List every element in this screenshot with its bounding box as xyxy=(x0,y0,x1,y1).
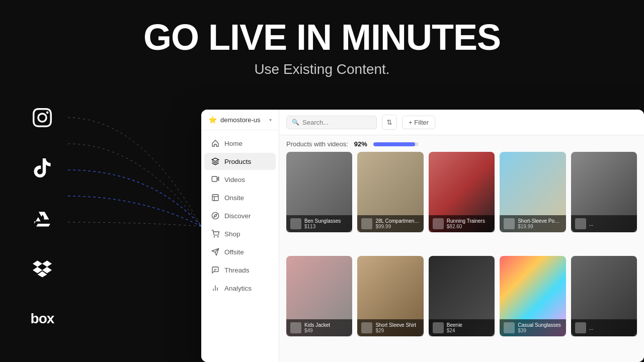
products-icon xyxy=(211,157,219,165)
product-card[interactable]: ... xyxy=(571,152,637,232)
product-name: Kids Jacket xyxy=(304,322,348,328)
nav-label-onsite: Onsite xyxy=(224,194,244,202)
dropbox-icon xyxy=(30,256,54,281)
nav-label-discover: Discover xyxy=(224,212,251,220)
stats-bar: Products with videos: 92% xyxy=(279,135,644,152)
progress-bar-fill xyxy=(373,142,415,146)
stats-label: Products with videos: xyxy=(286,140,348,148)
product-card[interactable]: Ben Sunglasses$113 xyxy=(286,152,352,232)
box-text: box xyxy=(31,311,54,327)
sidebar-item-analytics[interactable]: Analytics xyxy=(204,280,276,297)
sidebar-item-shop[interactable]: Shop xyxy=(204,225,276,242)
nav-label-analytics: Analytics xyxy=(224,285,252,292)
nav-items: Home Products Videos xyxy=(201,130,279,362)
nav-label-threads: Threads xyxy=(224,266,250,274)
left-icons: box xyxy=(30,106,54,331)
google-drive-icon xyxy=(30,206,54,230)
product-name: Casual Sunglasses xyxy=(518,322,561,328)
home-icon xyxy=(211,139,219,147)
svg-rect-5 xyxy=(212,195,218,201)
nav-label-shop: Shop xyxy=(224,230,240,238)
product-name: Ben Sunglasses xyxy=(304,218,348,224)
sort-button[interactable]: ⇅ xyxy=(382,115,397,130)
search-box[interactable]: 🔍 xyxy=(286,116,377,129)
hero-section: GO LIVE IN MINUTES Use Existing Content. xyxy=(0,0,644,77)
product-card[interactable]: Kids Jacket$49 xyxy=(286,256,352,336)
svg-point-11 xyxy=(218,236,218,237)
sidebar-item-products[interactable]: Products xyxy=(204,153,276,170)
product-price: $29 xyxy=(375,328,419,333)
product-price: $39 xyxy=(518,328,561,333)
product-card[interactable]: ... xyxy=(571,256,637,336)
app-window: ⭐ demostore-us ▾ Home Products xyxy=(201,110,644,362)
product-price: $19.99 xyxy=(518,224,561,229)
product-card[interactable]: Short-Sleeve Pocket Sh...$19.99 xyxy=(500,152,566,232)
main-content: 🔍 ⇅ + Filter Products with videos: 92% B… xyxy=(279,110,644,362)
product-card[interactable]: Casual Sunglasses$39 xyxy=(500,256,566,336)
sidebar-item-discover[interactable]: Discover xyxy=(204,207,276,224)
sidebar-item-onsite[interactable]: Onsite xyxy=(204,189,276,206)
sidebar-item-videos[interactable]: Videos xyxy=(204,171,276,188)
instagram-icon xyxy=(30,106,54,130)
product-price: $82.60 xyxy=(447,224,491,229)
product-thumbnail xyxy=(433,322,444,333)
product-thumbnail xyxy=(575,218,586,229)
nav-label-products: Products xyxy=(224,158,251,165)
product-price: $113 xyxy=(304,224,348,229)
offsite-icon xyxy=(211,248,219,256)
onsite-icon xyxy=(211,194,219,202)
product-thumbnail xyxy=(433,218,444,229)
sidebar: ⭐ demostore-us ▾ Home Products xyxy=(201,110,279,362)
filter-label: + Filter xyxy=(409,119,429,126)
product-name: 28L Compartment Back... xyxy=(375,218,419,224)
sidebar-item-offsite[interactable]: Offsite xyxy=(204,243,276,260)
chevron-down-icon: ▾ xyxy=(269,117,272,123)
box-icon: box xyxy=(30,307,54,331)
product-name: Running Trainers xyxy=(447,218,491,224)
store-star-icon: ⭐ xyxy=(208,116,216,124)
store-header[interactable]: ⭐ demostore-us ▾ xyxy=(201,110,279,130)
store-name: demostore-us xyxy=(220,116,265,124)
product-thumbnail xyxy=(504,322,515,333)
stats-percent: 92% xyxy=(354,140,367,148)
nav-label-offsite: Offsite xyxy=(224,248,244,256)
product-name: ... xyxy=(589,221,633,227)
svg-point-10 xyxy=(214,236,214,237)
sidebar-item-home[interactable]: Home xyxy=(204,135,276,152)
product-card[interactable]: 28L Compartment Back...$99.99 xyxy=(357,152,423,232)
product-price: $49 xyxy=(304,328,348,333)
nav-label-home: Home xyxy=(224,140,243,147)
product-grid: Ben Sunglasses$11328L Compartment Back..… xyxy=(279,152,644,362)
svg-line-2 xyxy=(215,161,219,163)
product-card[interactable]: Running Trainers$82.60 xyxy=(429,152,495,232)
svg-marker-0 xyxy=(212,158,218,161)
nav-label-videos: Videos xyxy=(224,176,245,184)
decorative-curves: .dashed-line { fill: none; stroke: #4466… xyxy=(40,106,211,347)
product-price: $99.99 xyxy=(375,224,419,229)
analytics-icon xyxy=(211,284,219,292)
svg-point-8 xyxy=(212,212,218,219)
threads-icon xyxy=(211,266,219,274)
sidebar-item-threads[interactable]: Threads xyxy=(204,261,276,279)
product-thumbnail xyxy=(361,218,372,229)
toolbar: 🔍 ⇅ + Filter xyxy=(279,110,644,135)
product-name: Short Sleeve Shirt xyxy=(375,322,419,328)
hero-subtitle: Use Existing Content. xyxy=(0,61,644,77)
hero-title: GO LIVE IN MINUTES xyxy=(0,19,644,55)
product-thumbnail xyxy=(504,218,515,229)
product-name: Short-Sleeve Pocket Sh... xyxy=(518,218,561,224)
tiktok-icon xyxy=(30,156,54,180)
shop-icon xyxy=(211,230,219,238)
search-input[interactable] xyxy=(302,119,371,126)
product-thumbnail xyxy=(361,322,372,333)
product-card[interactable]: Beenie$24 xyxy=(429,256,495,336)
product-card[interactable]: Short Sleeve Shirt$29 xyxy=(357,256,423,336)
product-thumbnail xyxy=(290,218,301,229)
product-thumbnail xyxy=(290,322,301,333)
product-name: Beenie xyxy=(447,322,491,328)
videos-icon xyxy=(211,175,219,184)
svg-marker-9 xyxy=(214,214,217,217)
svg-rect-3 xyxy=(212,176,217,182)
filter-button[interactable]: + Filter xyxy=(402,116,435,129)
search-icon: 🔍 xyxy=(292,119,299,126)
